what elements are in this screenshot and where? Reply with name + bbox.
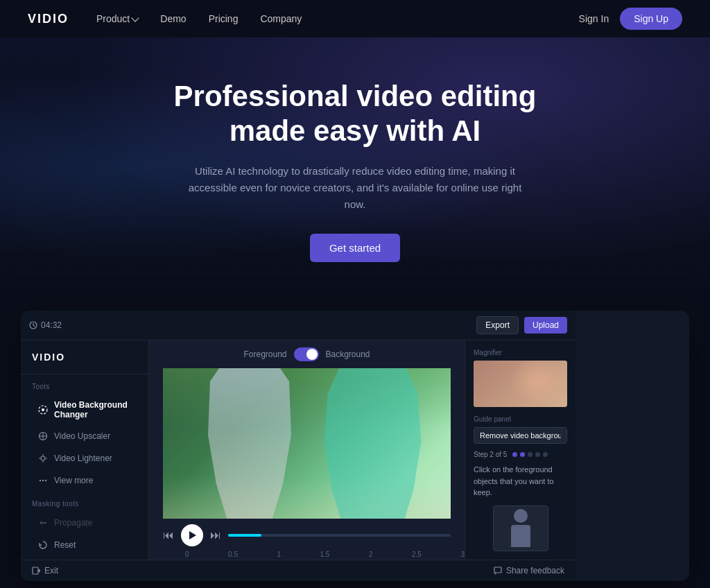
foreground-background-toggle[interactable]: [294, 347, 319, 361]
play-icon: [189, 531, 196, 539]
guide-panel-label: Guide panel: [474, 415, 567, 423]
nav-link-demo[interactable]: Demo: [160, 13, 186, 24]
magnifier-face-preview: [474, 361, 567, 408]
step-dot-2: [520, 452, 525, 457]
person-placeholder-icon: [508, 509, 532, 547]
toggle-group: Foreground Background: [243, 347, 370, 361]
hero-section: Professional video editing made easy wit…: [0, 37, 710, 297]
export-button[interactable]: Export: [476, 316, 519, 334]
timeline-mark-0: 0: [185, 551, 189, 558]
step-label: Step 2 of 5: [474, 451, 507, 458]
sidebar-label-lightener: Video Lightener: [54, 453, 112, 463]
exit-button[interactable]: Exit: [32, 566, 58, 576]
step-dot-4: [535, 452, 540, 457]
propagate-icon: [37, 517, 49, 528]
upscaler-icon: [37, 431, 49, 442]
timeline-progress: [228, 534, 261, 537]
svg-point-13: [40, 480, 41, 481]
play-button[interactable]: [181, 524, 203, 546]
step-dot-3: [528, 452, 532, 457]
magnifier-label: Magnifier: [474, 349, 567, 356]
sidebar-item-upscaler[interactable]: Video Upscaler: [26, 426, 143, 447]
person-right-teal: [319, 368, 426, 519]
svg-point-8: [41, 456, 45, 460]
sidebar-label-reset: Reset: [54, 540, 76, 550]
skip-forward-button[interactable]: ⏭: [210, 529, 221, 542]
app-bottombar: Exit Share feedback: [21, 560, 575, 581]
background-label: Background: [326, 349, 370, 359]
nav-item-company[interactable]: Company: [260, 13, 302, 24]
person-body: [511, 525, 530, 547]
nav-logo: VIDIO: [28, 12, 69, 26]
magnifier-box: [474, 361, 567, 408]
get-started-button[interactable]: Get started: [310, 234, 400, 262]
guide-image-placeholder: [493, 505, 548, 551]
nav-actions: Sign In Sign Up: [579, 8, 682, 30]
svg-point-15: [45, 480, 46, 481]
feedback-label: Share feedback: [506, 566, 564, 576]
lightener-icon: [37, 453, 49, 464]
step-dot-5: [543, 452, 548, 457]
timeline-mark-3: 1.5: [320, 551, 330, 558]
timeline-mark-4: 2: [369, 551, 373, 558]
step-indicator: Step 2 of 5: [474, 451, 567, 458]
timeline[interactable]: [228, 534, 451, 537]
sidebar-item-lightener[interactable]: Video Lightener: [26, 448, 143, 469]
sidebar-item-more[interactable]: View more: [26, 470, 143, 491]
masking-section-label: Masking tools: [21, 492, 148, 512]
svg-point-14: [42, 480, 44, 481]
sidebar-item-propagate[interactable]: Propagate: [26, 512, 143, 533]
sidebar-item-reset[interactable]: Reset: [26, 535, 143, 555]
video-area: [149, 368, 465, 519]
feedback-icon: [494, 567, 502, 575]
nav-link-company[interactable]: Company: [260, 13, 302, 24]
app-inner: VIDIO Tools Video Background Changer: [21, 340, 575, 560]
nav-link-pricing[interactable]: Pricing: [209, 13, 239, 24]
sidebar-label-upscaler: Video Upscaler: [54, 431, 110, 441]
timeline-mark-1: 0.5: [228, 551, 238, 558]
nav-links: Product Demo Pricing Company: [96, 13, 579, 24]
playback-bar: ⏮ ⏭: [149, 519, 465, 549]
signin-button[interactable]: Sign In: [579, 13, 609, 24]
app-wrapper: 04:32 Export Upload VIDIO Tools Video Ba…: [21, 311, 575, 581]
sidebar-item-background-changer[interactable]: Video Background Changer: [26, 395, 143, 424]
clock-icon: [29, 321, 37, 329]
sidebar-label-bg-changer: Video Background Changer: [54, 400, 132, 420]
hero-title: Professional video editing made easy wit…: [147, 79, 563, 149]
background-changer-icon: [37, 404, 49, 415]
guide-text: Click on the foreground objects that you…: [474, 464, 567, 499]
signup-button[interactable]: Sign Up: [620, 8, 682, 30]
svg-line-2: [33, 325, 35, 327]
more-icon: [37, 475, 49, 486]
timeline-mark-5: 2.5: [412, 551, 422, 558]
time-value: 04:32: [41, 320, 62, 330]
nav-link-product[interactable]: Product: [96, 13, 138, 24]
app-topbar: 04:32 Export Upload: [21, 311, 575, 340]
main-content: Foreground Background: [149, 340, 465, 560]
chevron-down-icon: [132, 14, 139, 21]
timeline-mark-2: 1: [277, 551, 281, 558]
nav-item-product[interactable]: Product: [96, 13, 138, 24]
right-panel: Magnifier Guide panel Remove video backg…: [465, 340, 575, 560]
person-head: [514, 509, 528, 523]
foreground-label: Foreground: [243, 349, 286, 359]
share-feedback-button[interactable]: Share feedback: [494, 566, 564, 576]
video-frame[interactable]: [163, 368, 451, 519]
upload-button[interactable]: Upload: [524, 317, 567, 334]
navbar: VIDIO Product Demo Pricing Company Sign …: [0, 0, 710, 37]
guide-panel-select[interactable]: Remove video background: [474, 427, 567, 444]
sidebar: VIDIO Tools Video Background Changer: [21, 340, 149, 560]
sidebar-label-propagate: Propagate: [54, 518, 92, 528]
tools-section-label: Tools: [21, 374, 148, 395]
svg-rect-23: [494, 567, 501, 573]
skip-back-button[interactable]: ⏮: [163, 529, 174, 542]
exit-label: Exit: [44, 566, 58, 576]
hero-subtitle: Utilize AI technology to drastically red…: [182, 163, 528, 213]
svg-point-4: [42, 408, 44, 411]
nav-item-pricing[interactable]: Pricing: [209, 13, 239, 24]
reset-icon: [37, 539, 49, 551]
sidebar-logo: VIDIO: [21, 352, 148, 374]
nav-item-demo[interactable]: Demo: [160, 13, 186, 24]
exit-icon: [32, 567, 40, 575]
step-dot-1: [512, 452, 517, 457]
